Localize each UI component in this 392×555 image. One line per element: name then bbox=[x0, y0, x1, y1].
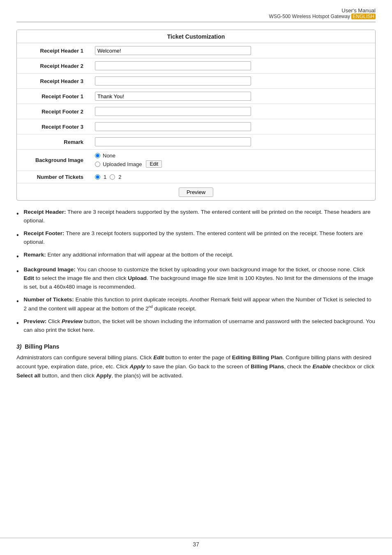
num-tickets-options: 12 bbox=[95, 174, 369, 180]
bullet-text-3: Background Image: You can choose to cust… bbox=[24, 266, 376, 291]
bullet-dot-5: • bbox=[16, 318, 19, 328]
bg-uploaded-option: Uploaded ImageEdit bbox=[95, 160, 369, 168]
bg-uploaded-label: Uploaded Image bbox=[103, 161, 142, 167]
bullet-text-0: Receipt Header: There are 3 receipt head… bbox=[24, 208, 376, 225]
bullet-item-5: •Preview: Click Preview button, the tick… bbox=[16, 317, 376, 335]
page-footer: 37 bbox=[0, 538, 392, 548]
bullet-text-1: Receipt Footer: There are 3 receipt foot… bbox=[24, 229, 376, 247]
ticket-1-radio[interactable] bbox=[95, 174, 100, 180]
bullet-item-1: •Receipt Footer: There are 3 receipt foo… bbox=[16, 229, 376, 247]
input-remark[interactable] bbox=[95, 137, 251, 146]
bullet-text-2: Remark: Enter any additional information… bbox=[24, 251, 376, 259]
table-row: Receipt Footer 3 bbox=[17, 119, 375, 134]
ticket-customization-section: Ticket Customization Receipt Header 1Rec… bbox=[16, 30, 376, 201]
ticket-2-radio[interactable] bbox=[110, 174, 115, 180]
table-row: Background ImageNoneUploaded ImageEdit bbox=[17, 150, 375, 171]
ticket-2-label: 2 bbox=[118, 174, 121, 180]
preview-button[interactable]: Preview bbox=[179, 187, 213, 197]
table-row: Receipt Header 2 bbox=[17, 58, 375, 74]
manual-title: User's Manual bbox=[16, 7, 376, 14]
bullet-item-4: •Number of Tickets: Enable this function… bbox=[16, 296, 376, 313]
billing-body: Administrators can configure several bil… bbox=[16, 353, 376, 380]
bullet-text-5: Preview: Click Preview button, the ticke… bbox=[24, 317, 376, 335]
device-title: WSG-500 Wireless Hotspot Gateway ENGLISH bbox=[16, 14, 376, 19]
bullet-dot-1: • bbox=[16, 230, 19, 240]
page-number: 37 bbox=[193, 541, 199, 548]
bullet-dot-0: • bbox=[16, 209, 19, 219]
billing-heading: 3) Billing Plans bbox=[16, 343, 376, 350]
bg-uploaded-radio[interactable] bbox=[95, 162, 100, 167]
input-receipt-header-3[interactable] bbox=[95, 76, 251, 86]
bullet-text-4: Number of Tickets: Enable this function … bbox=[24, 296, 376, 313]
table-row: Receipt Header 1 bbox=[17, 43, 375, 58]
row-label-7: Background Image bbox=[17, 150, 91, 171]
bg-none-option: None bbox=[95, 153, 369, 159]
header-bar: User's Manual WSG-500 Wireless Hotspot G… bbox=[16, 7, 376, 22]
bullet-item-2: •Remark: Enter any additional informatio… bbox=[16, 251, 376, 262]
bullet-item-3: •Background Image: You can choose to cus… bbox=[16, 266, 376, 291]
table-row: Receipt Header 3 bbox=[17, 74, 375, 89]
preview-row: Preview bbox=[17, 183, 375, 200]
table-title: Ticket Customization bbox=[17, 30, 375, 43]
input-receipt-header-1[interactable] bbox=[95, 46, 251, 55]
row-label-4: Receipt Footer 2 bbox=[17, 104, 91, 119]
table-row: Remark bbox=[17, 134, 375, 150]
page: User's Manual WSG-500 Wireless Hotspot G… bbox=[0, 0, 392, 555]
row-label-1: Receipt Header 2 bbox=[17, 58, 91, 74]
input-receipt-header-2[interactable] bbox=[95, 61, 251, 70]
input-receipt-footer-3[interactable] bbox=[95, 122, 251, 131]
row-label-3: Receipt Footer 1 bbox=[17, 89, 91, 104]
bullet-dot-2: • bbox=[16, 252, 19, 262]
bullet-dot-4: • bbox=[16, 296, 19, 307]
billing-title: Billing Plans bbox=[23, 343, 59, 350]
row-label-6: Remark bbox=[17, 134, 91, 150]
bullet-list: •Receipt Header: There are 3 receipt hea… bbox=[16, 208, 376, 334]
row-label-5: Receipt Footer 3 bbox=[17, 119, 91, 134]
billing-section-num: 3) bbox=[16, 343, 21, 350]
row-label-2: Receipt Header 3 bbox=[17, 74, 91, 89]
table-row: Receipt Footer 2 bbox=[17, 104, 375, 119]
bg-none-radio[interactable] bbox=[95, 153, 100, 158]
bullet-dot-3: • bbox=[16, 266, 19, 277]
customization-table: Receipt Header 1Receipt Header 2Receipt … bbox=[17, 43, 375, 183]
row-label-8: Number of Tickets bbox=[17, 171, 91, 183]
ticket-1-label: 1 bbox=[104, 174, 106, 180]
bg-image-options: NoneUploaded ImageEdit bbox=[95, 153, 369, 168]
row-label-0: Receipt Header 1 bbox=[17, 43, 91, 58]
bg-none-label: None bbox=[103, 153, 115, 159]
billing-plans-section: 3) Billing Plans Administrators can conf… bbox=[16, 343, 376, 380]
table-row: Number of Tickets12 bbox=[17, 171, 375, 183]
language-highlight: ENGLISH bbox=[351, 14, 376, 19]
bullet-item-0: •Receipt Header: There are 3 receipt hea… bbox=[16, 208, 376, 225]
table-row: Receipt Footer 1 bbox=[17, 89, 375, 104]
input-receipt-footer-2[interactable] bbox=[95, 107, 251, 116]
input-receipt-footer-1[interactable] bbox=[95, 92, 251, 101]
bullet-section: •Receipt Header: There are 3 receipt hea… bbox=[16, 208, 376, 334]
edit-image-button[interactable]: Edit bbox=[146, 160, 162, 168]
